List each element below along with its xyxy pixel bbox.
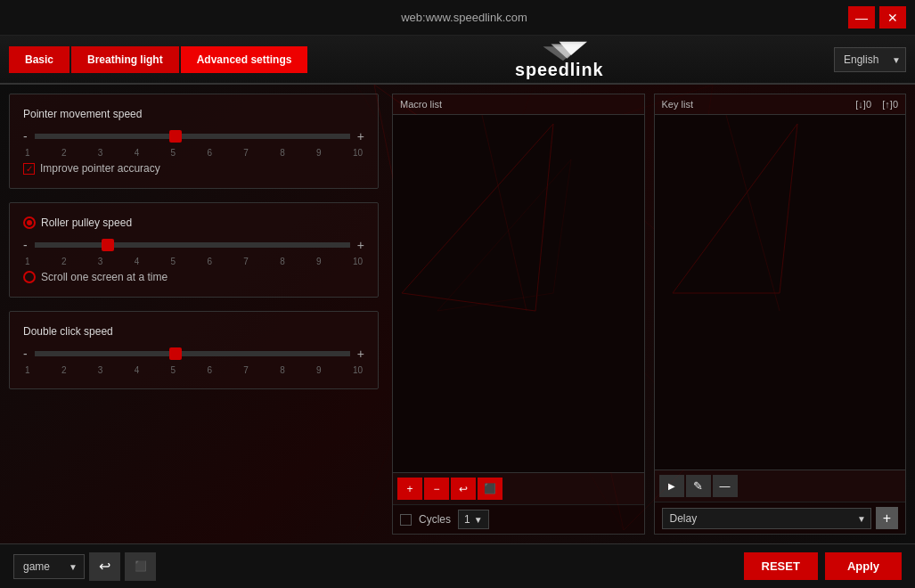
key-toolbar: ▶ ✎ —	[655, 470, 906, 502]
top-bar: web:www.speedlink.com — ✕	[0, 0, 915, 36]
svg-marker-6	[402, 124, 553, 311]
bottom-left: game profile1 profile2 ↩ ⬛	[13, 552, 156, 581]
double-click-slider-row: - +	[23, 347, 364, 361]
cycles-row: Cycles 1 ▼	[393, 504, 644, 534]
pointer-speed-label: Pointer movement speed	[23, 108, 142, 120]
content-area: Pointer movement speed - + 12345678910 I…	[0, 85, 915, 543]
minimize-button[interactable]: —	[848, 6, 875, 29]
header-area: Basic Breathing light Advanced settings …	[0, 36, 915, 85]
double-click-plus: +	[357, 347, 364, 361]
profile-undo-button[interactable]: ↩	[89, 552, 120, 581]
key-bg-svg	[655, 115, 906, 470]
tabs-left: Basic Breathing light Advanced settings	[9, 46, 307, 73]
key-list-area	[655, 115, 906, 470]
profile-select-wrapper: game profile1 profile2	[13, 554, 85, 579]
scroll-screen-radio[interactable]	[23, 271, 36, 283]
tab-breathing[interactable]: Breathing light	[71, 46, 179, 73]
roller-speed-title: Roller pulley speed	[23, 216, 364, 229]
logo-area: speedlink	[307, 37, 834, 82]
macro-list-label: Macro list	[400, 99, 442, 110]
key-list-label: Key list	[662, 99, 693, 110]
pointer-speed-slider[interactable]	[35, 134, 350, 139]
roller-speed-ticks: 12345678910	[23, 257, 364, 266]
key-list-counts: [↓]0 [↑]0	[855, 99, 898, 110]
scroll-screen-label: Scroll one screen at a time	[41, 271, 167, 283]
double-click-label: Double click speed	[23, 325, 113, 338]
pointer-speed-minus: -	[23, 129, 28, 143]
svg-marker-9	[673, 124, 797, 293]
double-click-slider[interactable]	[35, 351, 350, 356]
improve-accuracy-row: Improve pointer accuracy	[23, 162, 364, 175]
tab-advanced[interactable]: Advanced settings	[181, 46, 308, 73]
cycles-value: 1 ▼	[458, 510, 489, 529]
tab-basic[interactable]: Basic	[9, 46, 69, 73]
delay-add-button[interactable]: +	[876, 507, 898, 529]
profile-folder-button[interactable]: ⬛	[125, 552, 156, 581]
double-click-ticks: 12345678910	[23, 365, 364, 375]
macro-bg-svg	[393, 115, 644, 472]
svg-line-10	[726, 115, 780, 311]
roller-speed-slider[interactable]	[35, 242, 350, 248]
roller-speed-label: Roller pulley speed	[41, 216, 132, 229]
pointer-speed-ticks: 12345678910	[23, 148, 364, 158]
language-selector[interactable]: English German French Spanish	[834, 47, 906, 72]
macro-add-button[interactable]: +	[397, 478, 422, 500]
apply-button[interactable]: Apply	[825, 552, 902, 580]
left-panel: Pointer movement speed - + 12345678910 I…	[9, 94, 379, 535]
macro-list-header: Macro list	[393, 94, 644, 115]
delay-select-wrapper: Delay Key press Key release	[662, 508, 872, 529]
cycles-label: Cycles	[419, 513, 451, 526]
key-list-box: Key list [↓]0 [↑]0	[654, 94, 907, 535]
double-click-minus: -	[23, 347, 28, 361]
pointer-speed-plus: +	[357, 129, 364, 143]
macro-toolbar: + − ↩ ⬛	[393, 472, 644, 504]
svg-text:speedlink: speedlink	[515, 60, 603, 79]
pointer-speed-section: Pointer movement speed - + 12345678910 I…	[9, 94, 379, 189]
speedlink-logo: speedlink	[491, 37, 651, 82]
key-remove-button[interactable]: —	[713, 475, 738, 497]
roller-speed-section: Roller pulley speed - + 12345678910 Scro…	[9, 202, 379, 298]
close-button[interactable]: ✕	[879, 6, 906, 29]
roller-speed-slider-row: - +	[23, 238, 364, 252]
improve-accuracy-checkbox[interactable]	[23, 163, 35, 175]
delay-select[interactable]: Delay Key press Key release	[662, 508, 872, 529]
pointer-speed-slider-row: - +	[23, 129, 364, 143]
key-list-header: Key list [↓]0 [↑]0	[655, 94, 906, 115]
double-click-section: Double click speed - + 12345678910	[9, 311, 379, 389]
svg-marker-7	[437, 159, 571, 311]
bottom-bar: game profile1 profile2 ↩ ⬛ RESET Apply	[0, 543, 915, 588]
macro-undo-button[interactable]: ↩	[451, 478, 476, 500]
svg-line-8	[482, 115, 527, 311]
url-bar: web:www.speedlink.com	[80, 11, 848, 24]
delay-row: Delay Key press Key release +	[655, 502, 906, 534]
language-select[interactable]: English German French Spanish	[834, 47, 906, 72]
pointer-speed-title: Pointer movement speed	[23, 108, 364, 120]
key-edit-button[interactable]: ✎	[686, 475, 711, 497]
reset-button[interactable]: RESET	[744, 552, 818, 580]
improve-accuracy-label: Improve pointer accuracy	[40, 162, 160, 175]
macro-key-area: Macro list + − ↩ ⬛	[392, 94, 906, 535]
macro-list-area	[393, 115, 644, 472]
macro-list-box: Macro list + − ↩ ⬛	[392, 94, 645, 535]
right-panel: Macro list + − ↩ ⬛	[392, 94, 906, 535]
cycles-checkbox[interactable]	[400, 514, 412, 526]
roller-speed-minus: -	[23, 238, 28, 252]
profile-select[interactable]: game profile1 profile2	[13, 554, 85, 579]
bottom-right: RESET Apply	[744, 552, 902, 580]
key-play-button[interactable]: ▶	[659, 475, 684, 497]
window-controls: — ✕	[848, 6, 906, 29]
scroll-screen-row: Scroll one screen at a time	[23, 271, 364, 283]
roller-speed-plus: +	[357, 238, 364, 252]
macro-remove-button[interactable]: −	[424, 478, 449, 500]
macro-folder-button[interactable]: ⬛	[478, 478, 502, 500]
roller-speed-radio[interactable]	[23, 216, 36, 229]
double-click-title: Double click speed	[23, 325, 364, 338]
